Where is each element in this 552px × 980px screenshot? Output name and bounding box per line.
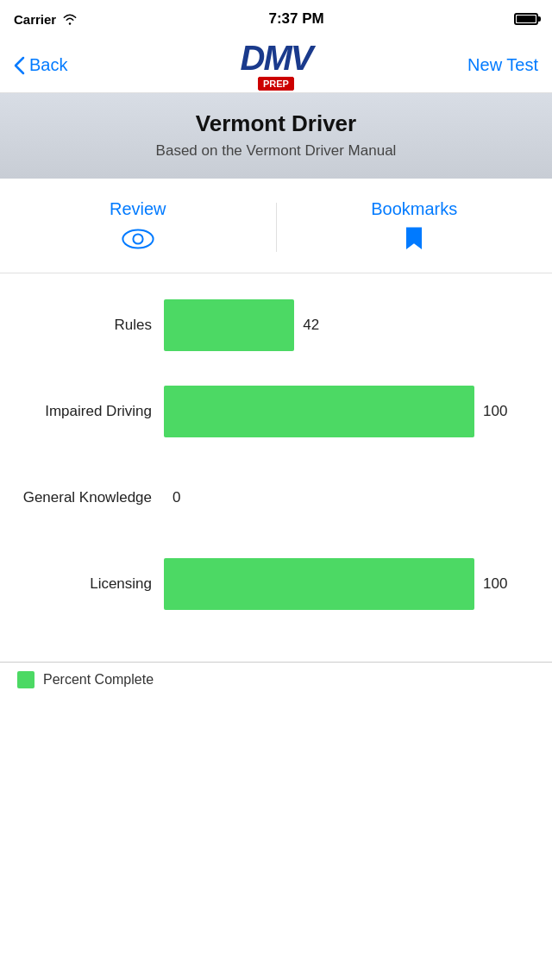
bookmark-icon — [397, 226, 431, 255]
dmv-text: DMV — [241, 41, 312, 75]
review-bookmarks-section: Review Bookmarks — [0, 179, 552, 273]
chart-bar-container: 100 — [164, 386, 535, 437]
nav-bar: Back DMV PREP New Test — [0, 38, 552, 93]
carrier-text: Carrier — [14, 12, 56, 27]
review-label: Review — [110, 199, 166, 219]
chart-bar-container: 42 — [164, 299, 535, 351]
chart-value: 100 — [483, 575, 507, 593]
new-test-button[interactable]: New Test — [452, 55, 538, 75]
svg-point-1 — [133, 234, 142, 243]
chart-bar — [164, 558, 474, 610]
chevron-left-icon — [14, 56, 26, 75]
chart-row-label: Rules — [17, 317, 164, 334]
chart-row-label: General Knowledge — [17, 489, 164, 506]
chart-bar-container: 0 — [164, 472, 535, 524]
chart-legend: Percent Complete — [0, 662, 552, 706]
chart-value: 100 — [483, 403, 507, 420]
chart-bar-container: 100 — [164, 558, 535, 610]
carrier-label: Carrier — [14, 12, 78, 27]
page-title: Vermont Driver — [17, 110, 535, 137]
battery-display — [514, 13, 538, 25]
time-display: 7:37 PM — [268, 10, 323, 28]
back-label: Back — [29, 55, 67, 75]
chart-row[interactable]: General Knowledge0 — [17, 472, 535, 524]
app-logo: DMV PREP — [241, 41, 312, 91]
battery-icon — [514, 13, 538, 25]
status-bar: Carrier 7:37 PM — [0, 0, 552, 38]
chart-row-label: Impaired Driving — [17, 403, 164, 420]
wifi-icon — [61, 13, 78, 25]
legend-label: Percent Complete — [43, 672, 154, 688]
chart-row[interactable]: Impaired Driving100 — [17, 386, 535, 437]
prep-badge: PREP — [258, 77, 294, 91]
chart-row-label: Licensing — [17, 575, 164, 593]
page-subtitle: Based on the Vermont Driver Manual — [17, 142, 535, 160]
chart-section: Rules42Impaired Driving100General Knowle… — [0, 273, 552, 662]
svg-point-0 — [122, 230, 153, 248]
chart-row[interactable]: Rules42 — [17, 299, 535, 351]
chart-value: 0 — [172, 489, 180, 506]
bookmarks-label: Bookmarks — [371, 199, 457, 219]
chart-row[interactable]: Licensing100 — [17, 558, 535, 610]
header-banner: Vermont Driver Based on the Vermont Driv… — [0, 93, 552, 179]
chart-value: 42 — [303, 317, 319, 334]
back-button[interactable]: Back — [14, 55, 100, 75]
review-button[interactable]: Review — [0, 199, 276, 255]
chart-bar — [164, 299, 294, 351]
eye-icon — [121, 226, 155, 255]
chart-bar — [164, 386, 474, 437]
bookmarks-button[interactable]: Bookmarks — [277, 199, 553, 255]
legend-color-swatch — [17, 671, 34, 688]
